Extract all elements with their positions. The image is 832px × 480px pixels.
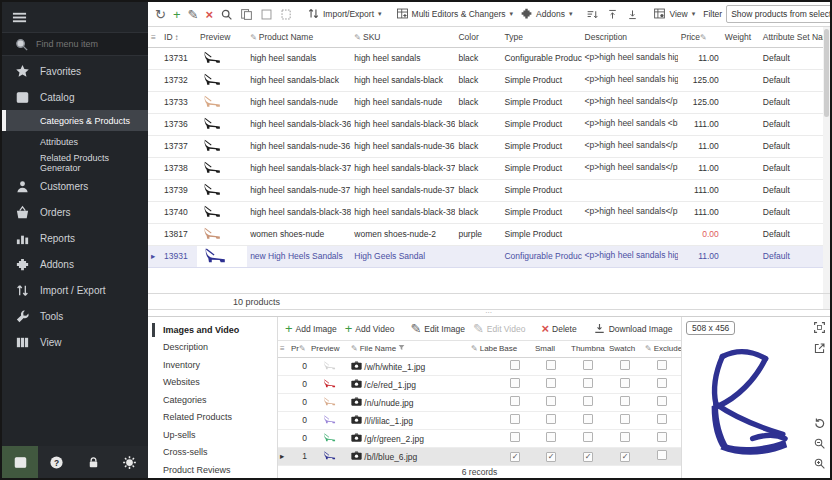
search-button[interactable] [217,6,236,23]
sidebar-item-reports[interactable]: Reports [2,225,148,251]
product-row-13736[interactable]: 13736high heel sandals-black-36high heel… [148,113,823,135]
exclude-checkbox[interactable] [657,360,667,370]
sidebar-item-catalog[interactable]: Catalog [2,84,148,110]
col-header-small[interactable]: Small [533,341,569,357]
add-video-button[interactable]: +Add Video [342,321,398,336]
paste-special-button[interactable] [277,6,296,23]
tab-cross-sells[interactable]: Cross-sells [148,444,277,462]
select-button[interactable] [257,6,276,23]
thumbnail-checkbox[interactable] [583,396,593,406]
base-checkbox[interactable]: ✓ [510,452,520,462]
col-header-type[interactable]: Type [501,27,581,47]
exclude-checkbox[interactable] [657,432,667,442]
exclude-checkbox[interactable] [657,414,667,424]
product-row-13737[interactable]: 13737high heel sandals-nude-36high heel … [148,135,823,157]
sidebar-item-view[interactable]: View [2,329,148,355]
image-row-l-i-lilac-1-jpg[interactable]: 0 /l/i/lilac_1.jpg [278,411,681,429]
copy-button[interactable] [237,6,256,23]
open-external-icon[interactable] [813,342,826,357]
exclude-checkbox[interactable] [657,396,667,406]
image-row-g-r-green-2-jpg[interactable]: 0 /g/r/green_2.jpg [278,429,681,447]
lock-icon[interactable] [75,446,111,478]
product-row-13931[interactable]: ▸13931new High Heels SandalsHigh Geels S… [148,245,823,267]
col-header-attribute-set[interactable]: Attribute Set Name [760,27,823,47]
sidebar-item-import-export[interactable]: Import / Export [2,277,148,303]
rotate-icon[interactable] [813,417,826,432]
import-export-button[interactable]: Import/Export▾ [304,5,385,24]
base-checkbox[interactable] [510,432,520,442]
sidebar-item-attributes[interactable]: Attributes [2,131,148,152]
thumbnail-checkbox[interactable] [583,360,593,370]
exclude-checkbox[interactable] [657,450,667,460]
col-header-weight[interactable]: Weight [722,27,760,47]
col-header-img-preview[interactable]: Preview [309,341,349,357]
download-image-button[interactable]: Download Image [590,320,676,337]
expand-all-button[interactable] [603,6,622,23]
thumbnail-checkbox[interactable] [583,432,593,442]
help-icon[interactable]: ? [39,446,75,478]
settings-gear-icon[interactable] [112,446,148,478]
small-checkbox[interactable] [546,360,556,370]
hamburger-menu-icon[interactable] [12,10,27,25]
sidebar-item-categories-products[interactable]: Categories & Products [2,110,148,131]
collapse-all-button[interactable] [623,6,642,23]
product-row-13732[interactable]: 13732high heel sandals-blackhigh heel sa… [148,69,823,91]
zoom-out-icon[interactable] [813,437,826,452]
fit-screen-icon[interactable] [813,321,826,336]
product-row-13738[interactable]: 13738high heel sandals-black-37high heel… [148,157,823,179]
image-row-n-u-nude-jpg[interactable]: 0 /n/u/nude.jpg [278,393,681,411]
tab-categories[interactable]: Categories [148,391,277,409]
thumbnail-checkbox[interactable] [583,378,593,388]
product-row-13817[interactable]: 13817women shoes-nudewomen shoes-nude-2p… [148,223,823,245]
col-header-exclude[interactable]: ✎Exclude [643,341,681,357]
zoom-in-icon[interactable] [813,457,826,472]
base-checkbox[interactable] [510,378,520,388]
tab-related-products[interactable]: Related Products [148,409,277,427]
store-manager-icon[interactable] [2,446,38,478]
image-row-b-l-blue-6-jpg[interactable]: ▸1 /b/l/blue_6.jpg✓✓✓✓ [278,447,681,465]
tab-product-reviews[interactable]: Product Reviews [148,461,277,479]
swatch-checkbox[interactable] [620,378,630,388]
col-header-label[interactable]: ✎Label [469,341,497,357]
category-filter-select[interactable]: Show products from selected categories▾ [726,5,830,23]
edit-image-button[interactable]: ✎Edit Image [407,321,468,336]
add-product-button[interactable]: + [170,7,184,22]
col-header-id[interactable]: ID↕ [161,27,197,47]
small-checkbox[interactable] [546,414,556,424]
small-checkbox[interactable]: ✓ [546,452,556,462]
col-header-base[interactable]: Base [497,341,533,357]
images-column-config-icon[interactable]: ≡ [278,341,289,357]
base-checkbox[interactable] [510,414,520,424]
base-checkbox[interactable] [510,360,520,370]
view-button[interactable]: View▾ [650,5,698,24]
exclude-checkbox[interactable] [657,378,667,388]
col-header-file-name[interactable]: ✎File Name [349,341,469,357]
col-header-sku[interactable]: ✎SKU [351,27,455,47]
product-row-13739[interactable]: 13739high heel sandals-nude-37high heel … [148,179,823,201]
base-checkbox[interactable] [510,396,520,406]
edit-button[interactable]: ✎ [185,7,202,22]
search-input[interactable] [36,39,136,49]
sidebar-item-orders[interactable]: Orders [2,199,148,225]
add-image-button[interactable]: +Add Image [282,321,340,336]
col-header-description[interactable]: Description [582,27,678,47]
small-checkbox[interactable] [546,378,556,388]
product-row-13731[interactable]: 13731high heel sandalshigh heel sandalsb… [148,47,823,69]
sidebar-item-favorites[interactable]: Favorites [2,58,148,84]
tab-description[interactable]: Description [148,339,277,357]
sidebar-item-customers[interactable]: Customers [2,173,148,199]
col-header-thumbnail[interactable]: Thumbna [569,341,607,357]
col-header-color[interactable]: Color [455,27,501,47]
sidebar-item-addons[interactable]: Addons [2,251,148,277]
thumbnail-checkbox[interactable]: ✓ [583,452,593,462]
swatch-checkbox[interactable] [620,396,630,406]
col-header-product-name[interactable]: ✎Product Name [247,27,351,47]
col-header-pr[interactable]: Pr✎ [289,341,309,357]
sidebar-item-tools[interactable]: Tools [2,303,148,329]
col-header-price[interactable]: Price✎ [678,27,722,47]
sidebar-search[interactable] [2,32,148,56]
tab-inventory[interactable]: Inventory [148,356,277,374]
tab-websites[interactable]: Websites [148,374,277,392]
swatch-checkbox[interactable] [620,432,630,442]
grid-scrollbar[interactable] [823,27,830,310]
